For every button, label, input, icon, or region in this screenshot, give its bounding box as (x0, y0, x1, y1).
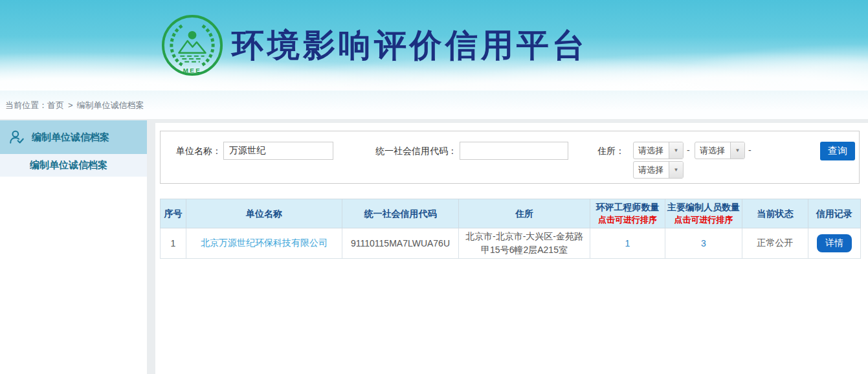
unit-name-label: 单位名称： (167, 142, 221, 160)
content-area: 编制单位诚信档案 编制单位诚信档案 单位名称： 统一社会信用代码： 住所： 请选… (0, 119, 868, 374)
city-select[interactable]: 请选择 ▼ (695, 142, 745, 159)
cell-address: 北京市-北京市-大兴区-金苑路甲15号6幢2层A215室 (459, 228, 590, 259)
col-status-label: 当前状态 (757, 208, 794, 219)
col-engineer-count-sortable[interactable]: 环评工程师数量 点击可进行排序 (590, 199, 665, 228)
mee-logo-icon: MEE (161, 14, 224, 77)
breadcrumb-current: 编制单位诚信档案 (77, 100, 144, 110)
cell-company: 北京万源世纪环保科技有限公司 (186, 228, 342, 259)
credit-code-input[interactable] (460, 142, 568, 160)
col-staff-count-label: 主要编制人员数量 (667, 202, 740, 212)
user-check-icon (8, 129, 25, 146)
breadcrumb-home-link[interactable]: 首页 (47, 100, 64, 110)
engineer-count-link[interactable]: 1 (625, 238, 630, 248)
cell-credit-code: 91110115MA7LWUA76U (342, 228, 459, 259)
sidebar-subitem-unit-credit-archive[interactable]: 编制单位诚信档案 (0, 154, 147, 177)
cell-staff-count: 3 (665, 228, 742, 259)
brand: MEE 环境影响评价信用平台 (161, 13, 588, 78)
col-status: 当前状态 (742, 199, 808, 228)
col-seq: 序号 (161, 199, 186, 228)
credit-code-label: 统一社会信用代码： (350, 142, 457, 160)
unit-name-input[interactable] (223, 142, 333, 160)
breadcrumb: 当前位置：首页>编制单位诚信档案 (0, 91, 868, 119)
sidebar-item-label: 编制单位诚信档案 (32, 131, 109, 144)
address-separator-2: - (748, 142, 751, 159)
district-select[interactable]: 请选择 ▼ (633, 161, 684, 179)
query-button[interactable]: 查询 (820, 142, 855, 160)
col-engineer-count-label: 环评工程师数量 (596, 202, 660, 212)
sort-hint-staff: 点击可进行排序 (667, 214, 740, 226)
cell-credit-record: 详情 (808, 228, 861, 259)
col-company-label: 单位名称 (246, 208, 282, 219)
results-table: 序号 单位名称 统一社会信用代码 住所 环评工程师数量 点击可进行排序 主要编制… (160, 199, 861, 259)
site-header: MEE 环境影响评价信用平台 (0, 0, 868, 91)
main-panel: 单位名称： 统一社会信用代码： 住所： 请选择 ▼ - 请选择 ▼ - 请选择 … (155, 123, 868, 374)
detail-button[interactable]: 详情 (817, 234, 852, 252)
chevron-down-icon[interactable]: ▼ (669, 142, 683, 159)
col-staff-count-sortable[interactable]: 主要编制人员数量 点击可进行排序 (665, 199, 742, 228)
col-address: 住所 (459, 199, 590, 228)
city-select-value: 请选择 (695, 142, 730, 159)
address-separator-1: - (687, 142, 690, 159)
province-select[interactable]: 请选择 ▼ (633, 142, 684, 159)
site-title: 环境影响评价信用平台 (232, 24, 588, 67)
col-credit-code-label: 统一社会信用代码 (364, 208, 437, 219)
cell-status: 正常公开 (742, 228, 808, 259)
col-credit-code: 统一社会信用代码 (342, 199, 459, 228)
col-credit-record: 信用记录 (808, 199, 861, 228)
table-row: 1 北京万源世纪环保科技有限公司 91110115MA7LWUA76U 北京市-… (161, 228, 861, 259)
cell-engineer-count: 1 (590, 228, 665, 259)
chevron-down-icon[interactable]: ▼ (669, 162, 683, 178)
province-select-value: 请选择 (634, 142, 669, 159)
company-link[interactable]: 北京万源世纪环保科技有限公司 (201, 237, 328, 248)
breadcrumb-separator: > (68, 100, 73, 110)
table-header-row: 序号 单位名称 统一社会信用代码 住所 环评工程师数量 点击可进行排序 主要编制… (161, 199, 861, 228)
staff-count-link[interactable]: 3 (701, 238, 706, 248)
sidebar-item-unit-credit-archive[interactable]: 编制单位诚信档案 (0, 120, 147, 154)
col-company: 单位名称 (186, 199, 342, 228)
col-seq-label: 序号 (164, 208, 183, 219)
chevron-down-icon[interactable]: ▼ (730, 142, 744, 159)
district-select-value: 请选择 (634, 162, 669, 178)
search-panel: 单位名称： 统一社会信用代码： 住所： 请选择 ▼ - 请选择 ▼ - 请选择 … (160, 131, 860, 184)
col-credit-record-label: 信用记录 (816, 208, 852, 219)
col-address-label: 住所 (515, 208, 533, 219)
cell-seq: 1 (161, 228, 186, 259)
sort-hint-engineer: 点击可进行排序 (592, 214, 663, 226)
mee-logo-text: MEE (183, 67, 202, 74)
sidebar-subitem-label: 编制单位诚信档案 (30, 159, 107, 171)
sidebar: 编制单位诚信档案 编制单位诚信档案 (0, 120, 147, 374)
address-label: 住所： (583, 142, 625, 160)
breadcrumb-prefix: 当前位置： (5, 100, 47, 110)
